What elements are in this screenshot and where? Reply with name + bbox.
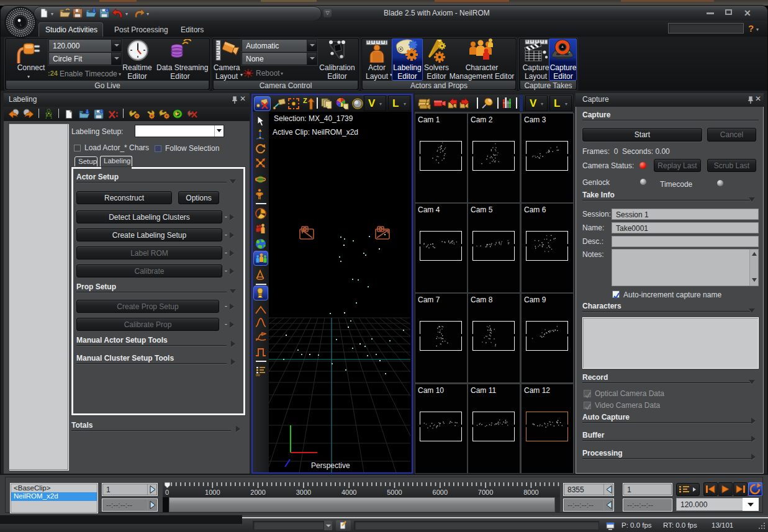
svg-text:Cam 1: Cam 1 <box>418 115 440 124</box>
svg-text:Perspective: Perspective <box>311 461 350 470</box>
svg-text:1000: 1000 <box>205 489 220 496</box>
svg-text:8000: 8000 <box>523 489 538 496</box>
svg-text:7000: 7000 <box>478 489 493 496</box>
svg-text:Cam 3: Cam 3 <box>524 115 546 124</box>
svg-text:5000: 5000 <box>387 489 402 496</box>
svg-text:Cam 4: Cam 4 <box>418 205 440 214</box>
svg-text:00: 00 <box>256 373 260 376</box>
svg-text:Cam 2: Cam 2 <box>471 115 493 124</box>
svg-text:Cam 12: Cam 12 <box>524 386 550 395</box>
svg-text:Cam 9: Cam 9 <box>524 295 546 304</box>
svg-text:Cam 7: Cam 7 <box>418 295 440 304</box>
svg-text:0: 0 <box>165 489 169 496</box>
svg-text:Cam 11: Cam 11 <box>471 386 496 395</box>
svg-text:2000: 2000 <box>250 489 265 496</box>
svg-text:Cam 5: Cam 5 <box>471 205 493 214</box>
svg-text:Cam 6: Cam 6 <box>524 205 546 214</box>
svg-text:Cam 8: Cam 8 <box>471 295 493 304</box>
svg-text:6000: 6000 <box>433 489 448 496</box>
svg-text:4000: 4000 <box>341 489 356 496</box>
svg-text:Active Clip: NeilROM_x2d: Active Clip: NeilROM_x2d <box>273 128 358 137</box>
svg-text:Cam 10: Cam 10 <box>418 386 444 395</box>
svg-text:3000: 3000 <box>296 489 311 496</box>
svg-text:Selection: MX_40_1739: Selection: MX_40_1739 <box>274 114 353 123</box>
svg-text:Z: Z <box>303 97 307 104</box>
